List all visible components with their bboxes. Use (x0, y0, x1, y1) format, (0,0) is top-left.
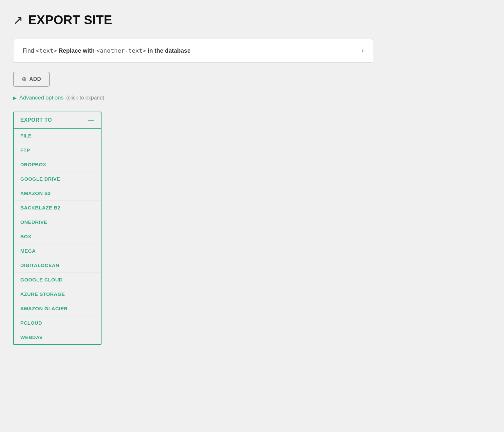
export-panel: EXPORT TO — FILEFTPDROPBOXGOOGLE DRIVEAM… (13, 112, 102, 345)
export-destination-item[interactable]: FILE (14, 129, 101, 143)
page-title: EXPORT SITE (28, 13, 112, 27)
export-destination-item[interactable]: AMAZON S3 (14, 186, 101, 201)
collapse-icon[interactable]: — (88, 117, 94, 123)
add-button-label: ADD (29, 76, 41, 82)
export-panel-title: EXPORT TO (20, 117, 52, 123)
triangle-icon: ▶ (13, 95, 17, 100)
export-destination-item[interactable]: GOOGLE DRIVE (14, 172, 101, 186)
add-button[interactable]: ⊕ ADD (13, 72, 50, 87)
export-destination-item[interactable]: AMAZON GLACIER (14, 301, 101, 316)
export-destination-item[interactable]: BOX (14, 229, 101, 244)
export-destination-item[interactable]: DIGITALOCEAN (14, 258, 101, 273)
find-replace-arrow-icon[interactable]: › (362, 46, 364, 55)
find-replace-bar[interactable]: Find <text> Replace with <another-text> … (13, 39, 373, 63)
find-replace-text: Find <text> Replace with <another-text> … (23, 47, 191, 54)
export-destination-item[interactable]: BACKBLAZE B2 (14, 201, 101, 215)
export-destination-item[interactable]: PCLOUD (14, 316, 101, 330)
export-destination-item[interactable]: FTP (14, 143, 101, 157)
export-destination-item[interactable]: MEGA (14, 244, 101, 258)
export-site-icon: ↗ (13, 13, 23, 27)
export-destination-item[interactable]: ONEDRIVE (14, 215, 101, 229)
export-destination-item[interactable]: DROPBOX (14, 157, 101, 172)
export-destination-item[interactable]: WEBDAV (14, 330, 101, 344)
add-plus-icon: ⊕ (22, 76, 27, 83)
advanced-options-label: Advanced options (19, 95, 64, 101)
page-header: ↗ EXPORT SITE (13, 13, 491, 27)
advanced-options-row[interactable]: ▶ Advanced options (click to expand) (13, 95, 491, 101)
export-destination-item[interactable]: AZURE STORAGE (14, 287, 101, 301)
export-panel-header: EXPORT TO — (14, 112, 101, 129)
advanced-options-hint: (click to expand) (66, 95, 104, 101)
export-destination-list: FILEFTPDROPBOXGOOGLE DRIVEAMAZON S3BACKB… (14, 129, 101, 344)
export-destination-item[interactable]: GOOGLE CLOUD (14, 273, 101, 287)
